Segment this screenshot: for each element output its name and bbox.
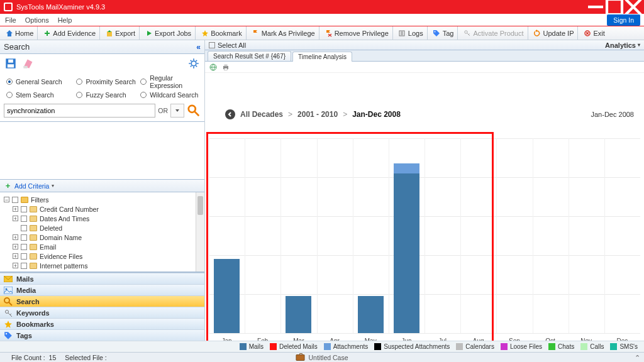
export-icon [105,29,113,37]
tree-root-filters[interactable]: −Filters [1,195,203,204]
radio-label: General Search [16,78,62,85]
exit-button[interactable]: Exit [579,26,608,40]
radio-label: Wildcard Search [150,91,198,99]
legend-swatch [610,343,617,350]
status-bar: File Count : 15 Selected File : Untitled… [0,352,644,362]
tree-item[interactable]: +Keywords [1,270,203,272]
maximize-button[interactable] [605,0,624,14]
mark-privilege-button[interactable]: Mark As Privilege [248,26,319,40]
expand-up-icon[interactable]: ⌃ [635,354,640,361]
month-oct[interactable]: Oct [533,138,569,333]
select-all-checkbox[interactable] [209,42,215,48]
nav-item-mails[interactable]: Mails [0,273,204,284]
month-dec[interactable]: Dec [604,138,640,333]
tree-item[interactable]: Deleted [1,223,203,233]
globe-icon[interactable] [209,63,218,72]
search-panel-header: Search « [0,40,204,54]
analytics-menu[interactable]: Analytics ▾ [605,41,640,49]
chevron-down-icon: ▾ [638,42,640,48]
nav-item-bookmarks[interactable]: Bookmarks [0,318,204,329]
back-button[interactable] [225,109,235,119]
tab-search-result[interactable]: Search Result Set # {467} [208,51,291,61]
bookmark-button[interactable]: Bookmark [197,26,247,40]
operator-dropdown[interactable] [170,104,184,118]
radio-label: Proximity Search [86,78,135,85]
tree-scrollbar[interactable] [196,192,204,272]
radio-label: Stem Search [16,91,54,99]
svg-rect-7 [8,64,14,67]
collapse-icon[interactable]: « [196,43,201,52]
export-button[interactable]: Export [101,26,140,40]
radio-general-search[interactable]: General Search [6,74,72,89]
gear-icon[interactable] [188,58,199,69]
radio-wildcard-search[interactable]: Wildcard Search [140,91,201,99]
add-evidence-button[interactable]: Add Evidence [39,26,100,40]
legend-mails: Mails [240,343,264,350]
plus-green-icon: + [4,182,12,190]
menu-help[interactable]: Help [58,16,72,24]
radio-label: Regular Expression [150,74,201,89]
tab-timeline[interactable]: Timeline Analysis [292,52,352,62]
search-button[interactable] [187,104,201,118]
sign-in-button[interactable]: Sign In [607,14,640,26]
file-count-value: 15 [49,354,57,361]
flag-icon [252,29,260,37]
nav-item-search[interactable]: Search [0,295,204,307]
tree-item[interactable]: +Dates And Times [1,214,203,223]
legend-loose: Loose Files [501,343,542,350]
radio-fuzzy-search[interactable]: Fuzzy Search [76,91,136,99]
nav-item-tags[interactable]: Tags [0,329,204,341]
update-ip-button[interactable]: Update IP [530,26,579,40]
radio-stem-search[interactable]: Stem Search [6,91,72,99]
crumb-all[interactable]: All Decades [240,110,283,119]
selected-file-label: Selected File : [65,354,107,361]
close-button[interactable] [624,0,643,14]
svg-point-15 [4,298,9,303]
filters-tree[interactable]: −Filters+Credit Card Number+Dates And Ti… [0,192,204,272]
crumb-decade[interactable]: 2001 - 2010 [297,110,338,119]
nav-item-keywords[interactable]: Keywords [0,307,204,318]
add-evidence-label: Add Evidence [53,30,96,37]
save-icon[interactable] [5,58,16,69]
logs-icon [398,29,406,37]
search-input[interactable] [4,104,155,118]
home-label: Home [15,30,33,37]
add-criteria-bar[interactable]: + Add Criteria ▾ [0,180,204,192]
tree-item[interactable]: +Internet patterns [1,261,203,270]
menu-options[interactable]: Options [25,16,49,24]
radio-proximity-search[interactable]: Proximity Search [76,74,136,89]
breadcrumb: All Decades > 2001 - 2010 > Jan-Dec 2008 [225,109,401,119]
export-jobs-button[interactable]: Export Jobs [141,26,196,40]
remove-privilege-button[interactable]: Remove Privilege [321,26,393,40]
tree-item[interactable]: +Evidence Files [1,251,203,261]
highlight-box [206,132,494,352]
key-icon [463,29,471,37]
svg-rect-21 [225,64,228,66]
legend-swatch [580,343,587,350]
logs-button[interactable]: Logs [394,26,428,40]
activate-product-button[interactable]: Activate Product [459,26,528,40]
month-nov[interactable]: Nov [569,138,604,333]
tree-item[interactable]: +Email [1,242,203,251]
nav-item-media[interactable]: Media [0,284,204,295]
clear-icon[interactable] [23,58,34,69]
main-toolbar: Home Add Evidence Export Export Jobs Boo… [0,26,644,40]
mails-icon [4,275,13,283]
result-tabs: Search Result Set # {467} Timeline Analy… [205,50,644,62]
month-sep[interactable]: Sep [496,138,532,333]
radio-regex-search[interactable]: Regular Expression [140,74,201,89]
print-icon[interactable] [221,63,230,72]
tree-item[interactable]: +Credit Card Number [1,204,203,214]
menu-file[interactable]: File [5,16,16,24]
radio-label: Fuzzy Search [86,91,126,99]
minimize-button[interactable] [586,0,605,14]
tree-item[interactable]: +Domain Name [1,233,203,242]
tag-icon [433,29,441,37]
tag-button[interactable]: Tag [429,26,458,40]
results-topbar: Select All Analytics ▾ [205,40,644,50]
home-button[interactable]: Home [1,26,38,40]
legend-label: Mails [249,343,264,350]
legend-label: Deleted Mails [279,343,318,350]
legend-swatch [374,343,381,350]
svg-rect-9 [23,66,27,69]
